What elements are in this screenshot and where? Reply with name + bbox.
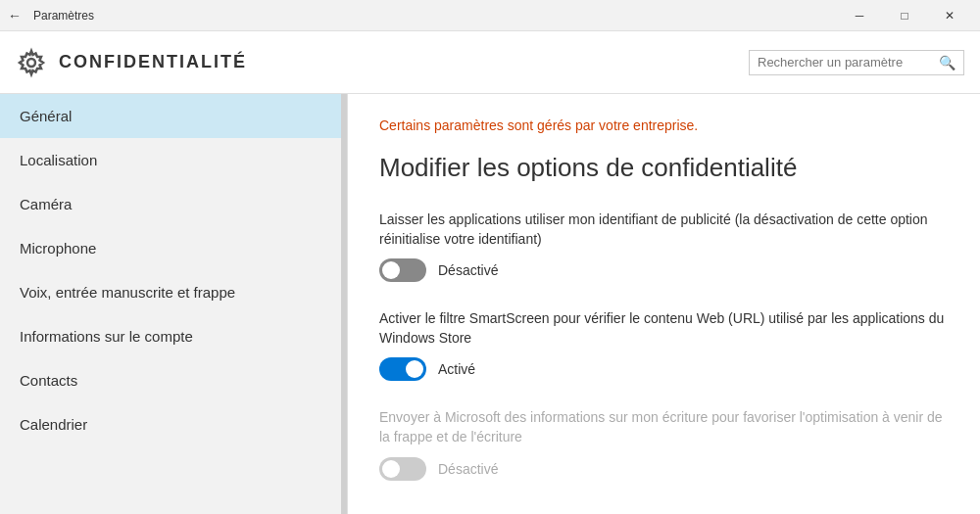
back-button[interactable]: ← bbox=[8, 8, 22, 23]
page-title: Modifier les options de confidentialité bbox=[379, 153, 949, 183]
sidebar-item-compte[interactable]: Informations sur le compte bbox=[0, 314, 347, 358]
toggle-label-handwriting: Désactivé bbox=[438, 461, 498, 477]
app-header: CONFIDENTIALITÉ 🔍 bbox=[0, 31, 980, 94]
minimize-button[interactable]: ─ bbox=[837, 0, 882, 31]
toggle-label-smartscreen: Activé bbox=[438, 361, 475, 377]
sidebar-item-microphone[interactable]: Microphone bbox=[0, 226, 347, 270]
toggle-knob-ad-id bbox=[382, 261, 400, 279]
setting-item-smartscreen: Activer le filtre SmartScreen pour vérif… bbox=[379, 309, 949, 381]
toggle-row-smartscreen: Activé bbox=[379, 357, 949, 381]
toggle-row-ad-id: Désactivé bbox=[379, 258, 949, 282]
search-input[interactable] bbox=[758, 55, 939, 70]
titlebar: ← Paramètres ─ □ ✕ bbox=[0, 0, 980, 31]
sidebar-item-camera[interactable]: Caméra bbox=[0, 182, 347, 226]
toggle-row-handwriting: Désactivé bbox=[379, 457, 949, 481]
close-button[interactable]: ✕ bbox=[927, 0, 972, 31]
search-box[interactable]: 🔍 bbox=[749, 50, 964, 75]
setting-item-handwriting: Envoyer à Microsoft des informations sur… bbox=[379, 408, 949, 480]
content-area: GénéralLocalisationCaméraMicrophoneVoix,… bbox=[0, 94, 980, 514]
sidebar-item-localisation[interactable]: Localisation bbox=[0, 138, 347, 182]
setting-description-smartscreen: Activer le filtre SmartScreen pour vérif… bbox=[379, 309, 948, 348]
search-icon: 🔍 bbox=[939, 55, 956, 70]
setting-item-ad-id: Laisser les applications utiliser mon id… bbox=[379, 210, 949, 282]
gear-icon bbox=[16, 47, 47, 78]
window-controls: ─ □ ✕ bbox=[837, 0, 972, 31]
sidebar-item-general[interactable]: Général bbox=[0, 94, 347, 138]
enterprise-notice: Certains paramètres sont gérés par votre… bbox=[379, 117, 949, 133]
main-content: Certains paramètres sont gérés par votre… bbox=[348, 94, 980, 514]
sidebar-item-calendrier[interactable]: Calendrier bbox=[0, 402, 347, 446]
sidebar-scrollbar[interactable] bbox=[341, 94, 347, 514]
toggle-handwriting bbox=[379, 457, 426, 481]
toggle-smartscreen[interactable] bbox=[379, 357, 426, 381]
sidebar-item-voix[interactable]: Voix, entrée manuscrite et frappe bbox=[0, 270, 347, 314]
sidebar: GénéralLocalisationCaméraMicrophoneVoix,… bbox=[0, 94, 348, 514]
maximize-button[interactable]: □ bbox=[882, 0, 927, 31]
toggle-label-ad-id: Désactivé bbox=[438, 262, 498, 278]
toggle-knob-smartscreen bbox=[406, 360, 423, 378]
toggle-ad-id[interactable] bbox=[379, 258, 426, 282]
titlebar-title: Paramètres bbox=[33, 9, 837, 23]
toggle-knob-handwriting bbox=[382, 460, 400, 478]
setting-description-ad-id: Laisser les applications utiliser mon id… bbox=[379, 210, 948, 249]
svg-point-0 bbox=[27, 59, 35, 67]
sidebar-item-contacts[interactable]: Contacts bbox=[0, 358, 347, 402]
app-title: CONFIDENTIALITÉ bbox=[59, 52, 749, 72]
setting-description-handwriting: Envoyer à Microsoft des informations sur… bbox=[379, 408, 948, 446]
app-container: CONFIDENTIALITÉ 🔍 GénéralLocalisationCam… bbox=[0, 31, 980, 514]
